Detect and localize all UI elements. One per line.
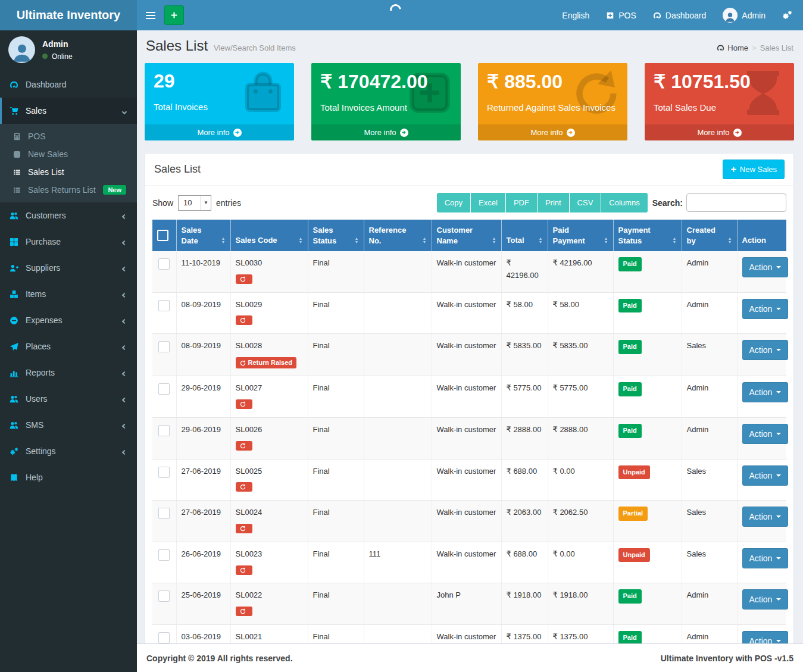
sidebar-item-customers[interactable]: Customers bbox=[0, 202, 137, 229]
created-by-cell: Sales bbox=[682, 542, 737, 583]
more-info-link[interactable]: More info bbox=[478, 124, 627, 140]
info-box-label: Returned Against Sales Invoices bbox=[487, 102, 618, 112]
column-header-created-by[interactable]: Created by ▲▼ bbox=[682, 220, 737, 251]
sidebar-item-settings[interactable]: Settings bbox=[0, 438, 137, 464]
book-icon bbox=[10, 473, 26, 482]
more-info-link[interactable]: More info bbox=[145, 124, 294, 140]
reference-cell bbox=[364, 625, 432, 643]
row-action-button[interactable]: Action bbox=[742, 548, 789, 568]
sidebar-toggle-button[interactable] bbox=[137, 0, 164, 30]
caret-down-icon bbox=[776, 266, 781, 268]
chevron-down-icon: ▼ bbox=[201, 196, 211, 210]
column-header-sales-code[interactable]: Sales Code ▲▼ bbox=[230, 220, 308, 251]
sidebar-item-label: Dashboard bbox=[26, 80, 126, 89]
column-header-customer-name[interactable]: Customer Name ▲▼ bbox=[432, 220, 501, 251]
row-checkbox[interactable] bbox=[158, 300, 170, 311]
column-header-paid-payment[interactable]: Paid Payment ▲▼ bbox=[548, 220, 613, 251]
nav-user-menu[interactable]: Admin bbox=[714, 0, 774, 30]
sidebar-item-sales[interactable]: Sales bbox=[0, 98, 137, 124]
sidebar-item-places[interactable]: Places bbox=[0, 333, 137, 360]
plus-icon bbox=[170, 11, 178, 19]
calculator-icon bbox=[13, 133, 28, 140]
reference-cell bbox=[364, 583, 432, 625]
nav-dashboard[interactable]: Dashboard bbox=[645, 0, 715, 30]
row-checkbox[interactable] bbox=[158, 508, 170, 519]
new-sales-button[interactable]: New Sales bbox=[723, 160, 785, 179]
plus-square-o-icon bbox=[13, 151, 28, 158]
sales-date-cell: 03-06-2019 bbox=[176, 625, 230, 643]
gauge-icon bbox=[10, 80, 26, 89]
row-action-button[interactable]: Action bbox=[742, 507, 789, 527]
sidebar-item-suppliers[interactable]: Suppliers bbox=[0, 255, 137, 281]
row-action-button[interactable]: Action bbox=[742, 299, 789, 319]
table-row: 29-06-2019 SL0027 Final Walk-in customer… bbox=[152, 376, 786, 418]
sales-date-cell: 25-06-2019 bbox=[176, 583, 230, 625]
sort-icon: ▲▼ bbox=[492, 237, 496, 246]
export-button-print[interactable]: Print bbox=[538, 193, 570, 212]
row-action-button[interactable]: Action bbox=[742, 340, 789, 360]
nav-pos[interactable]: POS bbox=[598, 0, 645, 30]
row-action-button[interactable]: Action bbox=[742, 382, 789, 402]
export-button-columns[interactable]: Columns bbox=[601, 193, 647, 212]
row-checkbox[interactable] bbox=[158, 258, 170, 270]
nav-language[interactable]: English bbox=[554, 0, 598, 30]
row-action-button[interactable]: Action bbox=[742, 589, 789, 610]
sidebar-item-purchase[interactable]: Purchase bbox=[0, 229, 137, 255]
sidebar-item-sms[interactable]: SMS bbox=[0, 412, 137, 438]
customer-cell: Walk-in customer bbox=[432, 418, 501, 460]
row-action-button[interactable]: Action bbox=[742, 257, 789, 277]
sidebar-item-pos[interactable]: POS bbox=[0, 127, 137, 145]
list-icon bbox=[13, 186, 28, 194]
column-header-action[interactable]: Action bbox=[737, 220, 786, 251]
sidebar-item-expenses[interactable]: Expenses bbox=[0, 307, 137, 333]
search-input[interactable] bbox=[686, 193, 786, 212]
sidebar-item-sales-list[interactable]: Sales List bbox=[0, 163, 137, 181]
more-info-link[interactable]: More info bbox=[311, 124, 461, 140]
row-checkbox[interactable] bbox=[158, 383, 170, 395]
row-checkbox[interactable] bbox=[158, 549, 170, 561]
sidebar-item-new-sales[interactable]: New Sales bbox=[0, 145, 137, 163]
table-row: 29-06-2019 SL0026 Final Walk-in customer… bbox=[152, 418, 786, 460]
paid-cell: ₹ 42196.00 bbox=[548, 251, 613, 292]
sidebar-item-items[interactable]: Items bbox=[0, 281, 137, 307]
quick-add-button[interactable] bbox=[164, 5, 184, 25]
row-checkbox[interactable] bbox=[158, 341, 170, 352]
customer-cell: Walk-in customer bbox=[432, 334, 501, 376]
row-checkbox[interactable] bbox=[158, 632, 170, 643]
export-button-csv[interactable]: CSV bbox=[570, 193, 602, 212]
column-header-payment-status[interactable]: Payment Status ▲▼ bbox=[613, 220, 682, 251]
row-action-button[interactable]: Action bbox=[742, 465, 789, 486]
more-info-link[interactable]: More info bbox=[645, 124, 794, 140]
select-all-checkbox[interactable] bbox=[157, 230, 168, 241]
export-button-copy[interactable]: Copy bbox=[437, 193, 471, 212]
row-action-button[interactable]: Action bbox=[742, 424, 789, 444]
sales-date-cell: 27-06-2019 bbox=[176, 459, 230, 501]
page-subtitle: View/Search Sold Items bbox=[214, 43, 296, 52]
chevron-icon bbox=[123, 106, 126, 115]
column-header-sales-date[interactable]: Sales Date ▲▼ bbox=[176, 220, 230, 251]
sidebar-item-help[interactable]: Help bbox=[0, 464, 137, 490]
return-raised-badge bbox=[236, 399, 252, 409]
brand[interactable]: Ultimate Inventory bbox=[0, 0, 137, 30]
select-all-header[interactable] bbox=[152, 220, 176, 251]
paid-cell: ₹ 1375.00 bbox=[548, 625, 613, 643]
row-checkbox[interactable] bbox=[158, 425, 170, 436]
paid-cell: ₹ 2888.00 bbox=[548, 418, 613, 460]
row-action-button[interactable]: Action bbox=[742, 631, 789, 643]
sidebar-item-sales-returns-list[interactable]: Sales Returns List New bbox=[0, 181, 137, 199]
undo-icon bbox=[240, 317, 246, 323]
sidebar-item-reports[interactable]: Reports bbox=[0, 360, 137, 386]
row-checkbox[interactable] bbox=[158, 590, 170, 602]
nav-settings[interactable] bbox=[774, 0, 803, 30]
row-checkbox[interactable] bbox=[158, 467, 170, 478]
sidebar-item-users[interactable]: Users bbox=[0, 386, 137, 412]
reference-cell bbox=[364, 334, 432, 376]
page-length-select[interactable]: 10 ▼ bbox=[178, 195, 211, 211]
breadcrumb-home[interactable]: Home bbox=[717, 43, 748, 52]
sidebar-item-dashboard[interactable]: Dashboard bbox=[0, 71, 137, 98]
column-header-sales-status[interactable]: Sales Status ▲▼ bbox=[308, 220, 364, 251]
column-header-total[interactable]: Total ▲▼ bbox=[501, 220, 548, 251]
export-button-pdf[interactable]: PDF bbox=[506, 193, 538, 212]
column-header-reference-no-[interactable]: Reference No. ▲▼ bbox=[364, 220, 432, 251]
export-button-excel[interactable]: Excel bbox=[471, 193, 506, 212]
